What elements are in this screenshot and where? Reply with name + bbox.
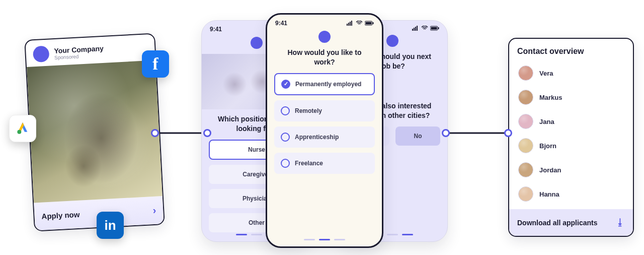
svg-point-6 (255, 39, 259, 43)
contact-row[interactable]: Jana (514, 109, 628, 134)
contacts-title: Contact overview (509, 39, 633, 61)
svg-point-14 (390, 37, 394, 41)
ad-cta-label: Apply now (41, 210, 80, 221)
svg-rect-12 (431, 27, 437, 30)
brand-logo-icon (318, 31, 331, 43)
option-permanently-employed[interactable]: ✓Permanently employed (274, 73, 375, 95)
svg-rect-9 (415, 27, 416, 31)
status-icons (347, 21, 374, 26)
wifi-icon (421, 26, 428, 31)
svg-rect-8 (414, 28, 415, 31)
google-ads-icon (9, 115, 36, 142)
ad-hero-image (27, 60, 163, 203)
svg-rect-10 (417, 26, 418, 31)
signal-icon (412, 26, 419, 31)
connector-node (442, 129, 450, 137)
option-label: Permanently employed (295, 81, 361, 88)
option-freelance[interactable]: Freelance (274, 153, 375, 174)
radio-checked-icon: ✓ (281, 80, 290, 89)
contact-name: Jana (539, 118, 554, 125)
svg-rect-20 (366, 22, 372, 25)
svg-point-0 (38, 49, 44, 54)
brand-logo-icon (251, 37, 263, 49)
status-time: 9:41 (210, 26, 222, 33)
facebook-icon: f (142, 50, 169, 78)
battery-icon (365, 21, 374, 26)
question-heading: How would you like to work? (267, 48, 382, 73)
svg-rect-17 (350, 22, 351, 26)
svg-rect-13 (438, 27, 439, 29)
radio-icon (281, 106, 290, 115)
option-label: Apprenticeship (295, 134, 339, 141)
battery-icon (430, 26, 439, 31)
avatar (518, 90, 533, 105)
signal-icon (347, 21, 354, 26)
linkedin-icon: in (97, 212, 124, 239)
avatar (518, 138, 533, 153)
contact-row[interactable]: Vera (514, 61, 628, 85)
contact-name: Jordan (539, 166, 561, 174)
avatar (518, 114, 533, 129)
option-remotely[interactable]: Remotely (274, 100, 375, 121)
phone-screen-work-type: 9:41 How would you like to work? ✓Perman… (266, 13, 383, 248)
svg-point-1 (17, 130, 21, 134)
connector-node (203, 129, 211, 137)
avatar (518, 186, 533, 202)
contact-name: Hanna (539, 190, 559, 198)
avatar (518, 66, 533, 81)
brand-logo-icon (386, 35, 398, 47)
option-label: Remotely (295, 107, 322, 114)
chevron-right-icon: › (152, 205, 156, 216)
option-apprenticeship[interactable]: Apprenticeship (274, 126, 375, 148)
connector-node (504, 129, 512, 137)
avatar (518, 162, 533, 177)
connector-node (151, 129, 159, 137)
contact-row[interactable]: Hanna (514, 182, 628, 206)
contact-name: Markus (539, 94, 562, 101)
status-time: 9:41 (275, 20, 287, 27)
svg-rect-15 (347, 24, 348, 26)
contact-name: Vera (539, 70, 553, 77)
radio-icon (281, 159, 290, 168)
radio-icon (281, 133, 290, 142)
contact-name: Bjorn (539, 142, 556, 150)
download-icon: ⭳ (616, 217, 625, 228)
option-no[interactable]: No (395, 126, 440, 146)
svg-point-22 (323, 33, 327, 37)
svg-rect-21 (373, 22, 374, 24)
download-applicants-button[interactable]: Download all applicants ⭳ (509, 209, 633, 236)
status-icons (412, 26, 439, 31)
svg-rect-18 (351, 21, 352, 26)
wifi-icon (356, 21, 363, 26)
option-label: Other (249, 219, 265, 226)
option-label: Freelance (295, 160, 323, 167)
contact-row[interactable]: Markus (514, 85, 628, 109)
contact-row[interactable]: Bjorn (514, 134, 628, 158)
brand-logo-icon (33, 46, 50, 63)
option-label: Nurse (248, 146, 265, 153)
page-indicator (267, 239, 382, 240)
contact-row[interactable]: Jordan (514, 158, 628, 182)
svg-rect-16 (348, 23, 349, 26)
svg-rect-7 (412, 29, 413, 31)
download-label: Download all applicants (517, 219, 597, 227)
contacts-panel: Contact overview VeraMarkusJanaBjornJord… (508, 38, 634, 237)
